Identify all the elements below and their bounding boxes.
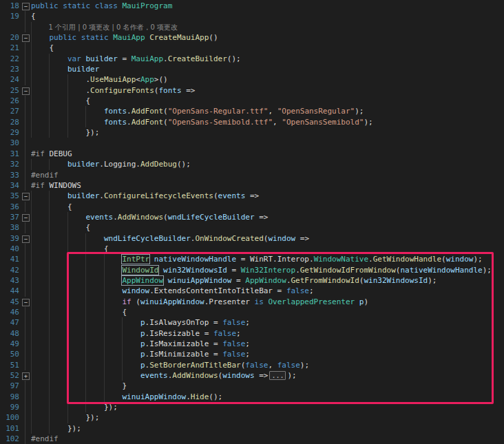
code-line[interactable]: 44window.ExtendsContentIntoTitleBar = fa… (0, 286, 504, 296)
code-text[interactable]: { (31, 202, 504, 212)
code-line[interactable]: 40{ (0, 244, 504, 254)
fold-margin[interactable]: + (21, 370, 31, 381)
code-text[interactable]: IntPtr nativeWindowHandle = WinRT.Intero… (31, 254, 504, 264)
code-line[interactable]: 24.UseMauiApp<App>() (0, 74, 504, 85)
code-text[interactable]: builder.ConfigureLifecycleEvents(events … (31, 191, 504, 201)
code-line[interactable]: 29}); (0, 127, 504, 138)
code-line[interactable]: 49p.IsMaximizable = false; (0, 339, 504, 349)
code-line[interactable]: 101}); (0, 423, 504, 434)
code-text[interactable]: fonts.AddFont("OpenSans-Regular.ttf", "O… (31, 106, 504, 116)
code-line[interactable]: 37−events.AddWindows(wndLifeCycleBuilder… (0, 212, 504, 222)
code-line[interactable]: 18−public static class MauiProgram (0, 1, 504, 11)
code-text[interactable] (31, 138, 504, 148)
code-line[interactable]: 48p.IsResizable = false; (0, 328, 504, 339)
collapse-region-icon[interactable]: − (22, 214, 30, 222)
code-line[interactable]: 25−.ConfigureFonts(fonts => (0, 85, 504, 96)
code-line[interactable]: 42WindowId win32WindowsId = Win32Interop… (0, 265, 504, 275)
code-text[interactable]: #endif (31, 170, 504, 180)
code-text[interactable]: p.SetBorderAndTitleBar(false, false); (31, 360, 504, 370)
code-line[interactable]: 35−builder.ConfigureLifecycleEvents(even… (0, 191, 504, 201)
fold-margin[interactable]: − (21, 191, 31, 201)
code-line[interactable]: 23builder (0, 64, 504, 74)
codelens-references[interactable]: 1 个引用 | 0 项更改 | 0 名作者，0 项更改 (48, 23, 178, 31)
code-text[interactable]: .ConfigureFonts(fonts => (31, 85, 504, 96)
code-text[interactable]: #if DEBUG (31, 149, 504, 159)
code-text[interactable]: { (31, 96, 504, 106)
code-text[interactable]: #endif (31, 434, 504, 444)
code-line[interactable]: 31#if DEBUG (0, 149, 504, 159)
code-line[interactable]: 39−wndLifeCycleBuilder.OnWindowCreated(w… (0, 233, 504, 244)
code-text[interactable]: { (31, 43, 504, 53)
code-text[interactable]: { (31, 307, 504, 317)
code-text[interactable]: p.IsMinimizable = false; (31, 349, 504, 359)
code-line[interactable]: 97} (0, 381, 504, 391)
code-line[interactable]: 43AppWindow winuiAppWindow = AppWindow.G… (0, 275, 504, 286)
code-text[interactable]: winuiAppWindow.Hide(); (31, 392, 504, 402)
code-line[interactable]: 22var builder = MauiApp.CreateBuilder(); (0, 54, 504, 64)
collapsed-region-ellipsis[interactable]: ... (269, 371, 286, 380)
collapse-region-icon[interactable]: − (22, 87, 30, 95)
collapse-region-icon[interactable]: − (22, 235, 30, 243)
code-line[interactable]: 33#endif (0, 170, 504, 180)
code-line[interactable]: 38{ (0, 222, 504, 233)
code-text[interactable]: wndLifeCycleBuilder.OnWindowCreated(wind… (31, 233, 504, 244)
code-line[interactable]: 30 (0, 138, 504, 148)
collapse-region-icon[interactable]: − (22, 3, 30, 10)
collapse-region-icon[interactable]: − (22, 193, 30, 200)
code-text[interactable]: }); (31, 402, 504, 412)
code-text[interactable]: builder (31, 64, 504, 74)
fold-margin[interactable]: − (21, 297, 31, 307)
collapse-region-icon[interactable]: − (22, 299, 30, 306)
code-text[interactable]: { (31, 244, 504, 254)
fold-margin[interactable]: − (21, 212, 31, 222)
code-text[interactable]: .UseMauiApp<App>() (31, 74, 504, 85)
fold-margin[interactable]: − (21, 32, 31, 43)
code-text[interactable]: p.IsMaximizable = false; (31, 339, 504, 349)
code-text[interactable]: events.AddWindows(windows =>...); (31, 370, 504, 381)
code-text[interactable]: window.ExtendsContentIntoTitleBar = fals… (31, 286, 504, 296)
fold-margin[interactable]: − (21, 85, 31, 96)
code-line[interactable]: 50p.IsMinimizable = false; (0, 349, 504, 359)
code-line[interactable]: 102#endif (0, 434, 504, 444)
code-line[interactable]: 47p.IsAlwaysOnTop = false; (0, 317, 504, 328)
code-text[interactable]: AppWindow winuiAppWindow = AppWindow.Get… (31, 275, 504, 286)
fold-margin[interactable]: − (21, 233, 31, 244)
code-line[interactable]: 51p.SetBorderAndTitleBar(false, false); (0, 360, 504, 370)
code-text[interactable]: } (31, 381, 504, 391)
fold-margin[interactable]: − (21, 1, 31, 11)
codelens-text[interactable]: 1 个引用 | 0 项更改 | 0 名作者，0 项更改 (31, 22, 504, 32)
code-text[interactable]: { (31, 222, 504, 233)
code-line[interactable]: 41IntPtr nativeWindowHandle = WinRT.Inte… (0, 254, 504, 264)
code-text[interactable]: public static class MauiProgram (31, 1, 504, 11)
code-line[interactable]: 19{ (0, 11, 504, 21)
code-line[interactable]: 45−if (winuiAppWindow.Presenter is Overl… (0, 297, 504, 307)
code-text[interactable]: p.IsAlwaysOnTop = false; (31, 317, 504, 328)
code-text[interactable]: WindowId win32WindowsId = Win32Interop.G… (31, 265, 504, 275)
code-line[interactable]: 100}); (0, 412, 504, 423)
code-line[interactable]: 36{ (0, 202, 504, 212)
code-text[interactable]: }); (31, 127, 504, 138)
codelens-row[interactable]: 1 个引用 | 0 项更改 | 0 名作者，0 项更改 (0, 22, 504, 32)
code-text[interactable]: events.AddWindows(wndLifeCycleBuilder => (31, 212, 504, 222)
code-line[interactable]: 21{ (0, 43, 504, 53)
code-text[interactable]: var builder = MauiApp.CreateBuilder(); (31, 54, 504, 64)
code-line[interactable]: 20−public static MauiApp CreateMauiApp() (0, 32, 504, 43)
code-line[interactable]: 26{ (0, 96, 504, 106)
code-line[interactable]: 98winuiAppWindow.Hide(); (0, 392, 504, 402)
code-line[interactable]: 34#if WINDOWS (0, 180, 504, 191)
code-text[interactable]: { (31, 11, 504, 21)
code-line[interactable]: 52+events.AddWindows(windows =>...); (0, 370, 504, 381)
code-line[interactable]: 27fonts.AddFont("OpenSans-Regular.ttf", … (0, 106, 504, 116)
code-text[interactable]: if (winuiAppWindow.Presenter is Overlapp… (31, 297, 504, 307)
code-line[interactable]: 32builder.Logging.AddDebug(); (0, 159, 504, 169)
code-text[interactable]: fonts.AddFont("OpenSans-Semibold.ttf", "… (31, 117, 504, 127)
code-text[interactable]: p.IsResizable = false; (31, 328, 504, 339)
code-text[interactable]: }); (31, 423, 504, 434)
collapse-region-icon[interactable]: − (22, 34, 30, 42)
code-line[interactable]: 28fonts.AddFont("OpenSans-Semibold.ttf",… (0, 117, 504, 127)
code-line[interactable]: 46{ (0, 307, 504, 317)
code-text[interactable]: #if WINDOWS (31, 180, 504, 191)
code-line[interactable]: 99}); (0, 402, 504, 412)
expand-region-icon[interactable]: + (22, 372, 30, 380)
code-text[interactable]: public static MauiApp CreateMauiApp() (31, 32, 504, 43)
